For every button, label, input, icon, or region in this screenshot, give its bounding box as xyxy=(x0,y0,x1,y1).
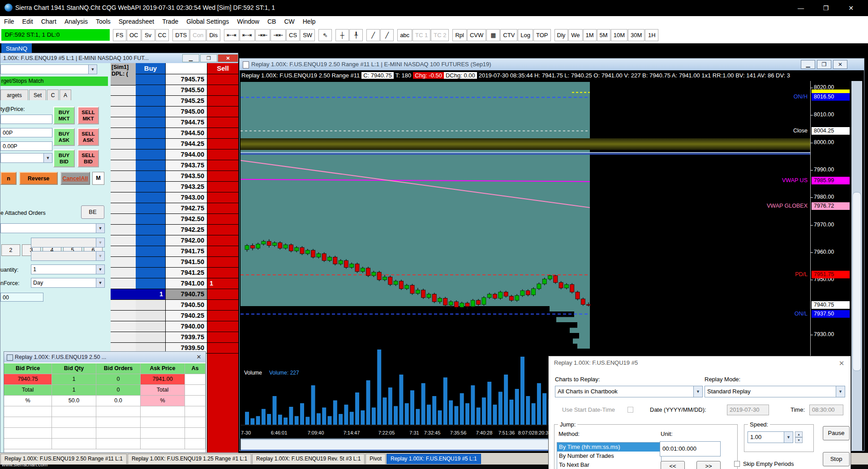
menu-spreadsheet[interactable]: Spreadsheet xyxy=(115,16,158,27)
ladder-ask-cell[interactable] xyxy=(207,268,238,278)
ladder-ask-cell[interactable] xyxy=(207,171,238,182)
ladder-bid-cell[interactable] xyxy=(136,96,165,107)
ladder-ask-cell[interactable] xyxy=(207,107,238,117)
order-tab-2[interactable]: C xyxy=(47,90,59,100)
toolbar-button-log[interactable]: Log xyxy=(518,29,533,41)
bottom-tab-4[interactable]: Replay 1.00X: F.US.ENQU19 #5 L:1 xyxy=(387,454,481,464)
jump-back-button[interactable]: << xyxy=(661,461,685,469)
m-button[interactable]: M xyxy=(92,172,104,185)
toolbar-button-dly[interactable]: Dly xyxy=(554,29,568,41)
ladder-price-cell[interactable]: 7945.25 xyxy=(166,96,207,107)
unit-field[interactable]: 00:01:00.000 xyxy=(660,441,721,456)
replay-close-icon[interactable]: ✕ xyxy=(837,359,846,368)
ladder-bid-cell[interactable] xyxy=(136,257,165,268)
ladder-price-cell[interactable]: 7945.75 xyxy=(166,74,207,85)
ladder-row-note[interactable] xyxy=(111,311,136,321)
ladder-row-note[interactable] xyxy=(111,289,136,300)
menu-cw[interactable]: CW xyxy=(280,16,298,27)
ladder-bid-cell[interactable] xyxy=(136,117,165,128)
ladder-bid-cell[interactable] xyxy=(136,246,165,257)
chart-title-bar[interactable]: Replay 1.00X: F.US.ENQU19 2.50 Range #11… xyxy=(240,59,864,70)
quantity-combo[interactable]: 1▼ xyxy=(31,264,105,274)
dom-minimize-button[interactable]: ▁ xyxy=(182,54,199,62)
ladder-price-cell[interactable]: 7944.00 xyxy=(166,149,207,160)
ladder-row-note[interactable] xyxy=(111,278,136,289)
ladder-price-cell[interactable]: 7941.00 xyxy=(166,278,207,289)
toolbar-button-dis[interactable]: Dis xyxy=(206,29,220,41)
ladder-row-note[interactable] xyxy=(111,107,136,117)
toolbar-button-╀[interactable]: ╀ xyxy=(349,29,363,41)
chevron-down-icon[interactable]: ▼ xyxy=(784,432,793,443)
ladder-bid-cell[interactable] xyxy=(136,85,165,96)
ladder-row-note[interactable] xyxy=(111,117,136,128)
toolbar-button-1m[interactable]: 1M xyxy=(583,29,597,41)
use-start-checkbox[interactable] xyxy=(627,407,633,413)
ladder-ask-cell[interactable] xyxy=(207,321,238,332)
bottom-tab-1[interactable]: Replay 1.00X: F.US.ENQU19 1.25 Range #1 … xyxy=(128,454,251,464)
ladder-bid-cell[interactable] xyxy=(136,268,165,278)
ladder-price-cell[interactable]: 7944.25 xyxy=(166,139,207,149)
scrollbar-thumb[interactable] xyxy=(852,192,861,371)
ladder-price-cell[interactable]: 7942.25 xyxy=(166,225,207,235)
ladder-row-note[interactable] xyxy=(111,128,136,139)
ladder-bid-cell[interactable] xyxy=(136,214,165,225)
toolbar-button-⇤⇥[interactable]: ⇤⇥ xyxy=(240,29,255,41)
toolbar-button-dts[interactable]: DTS xyxy=(172,29,189,41)
ladder-bid-cell[interactable] xyxy=(136,171,165,182)
toolbar-button-abc[interactable]: abc xyxy=(397,29,412,41)
speed-combo[interactable]: 1.00▼ xyxy=(748,431,793,443)
dom-maximize-button[interactable]: ❐ xyxy=(200,54,217,62)
toolbar-button-cs[interactable]: CS xyxy=(286,29,300,41)
buy-bid-button[interactable]: BUYBID xyxy=(53,149,75,167)
attached-order-combo[interactable]: ▼ xyxy=(0,223,105,233)
ladder-ask-cell[interactable]: 1 xyxy=(207,278,238,289)
ladder-ask-cell[interactable] xyxy=(207,117,238,128)
ladder-row-note[interactable] xyxy=(111,332,136,343)
replay-mode-combo[interactable]: Standard Replay▼ xyxy=(705,386,845,397)
cancel-all-button[interactable]: CancelAll xyxy=(60,172,90,185)
order-tab-3[interactable]: A xyxy=(60,90,71,100)
toolbar-button-┼[interactable]: ┼ xyxy=(335,29,349,41)
ladder-price-cell[interactable]: 7943.25 xyxy=(166,182,207,192)
toolbar-button-╱[interactable]: ╱ xyxy=(366,29,380,41)
chart-vertical-scrollbar[interactable] xyxy=(851,81,862,451)
chevron-down-icon[interactable]: ▼ xyxy=(96,278,104,287)
menu-cb[interactable]: CB xyxy=(263,16,280,27)
ladder-price-cell[interactable]: 7939.75 xyxy=(166,332,207,343)
date-field[interactable]: 2019-07-30 xyxy=(727,405,769,415)
toolbar-button-╱[interactable]: ╱ xyxy=(380,29,394,41)
skip-empty-checkbox[interactable] xyxy=(734,461,740,467)
price-input-3[interactable]: 0.00P xyxy=(0,141,52,151)
ladder-row-note[interactable] xyxy=(111,268,136,278)
menu-trade[interactable]: Trade xyxy=(158,16,182,27)
sierrachart-link[interactable]: www.sierrachart.com xyxy=(2,462,47,467)
menu-analysis[interactable]: Analysis xyxy=(60,16,92,27)
ladder-ask-cell[interactable] xyxy=(207,235,238,246)
ladder-ask-cell[interactable] xyxy=(207,74,238,85)
ladder-price-cell[interactable]: 7940.00 xyxy=(166,321,207,332)
ladder-price-cell[interactable]: 7945.50 xyxy=(166,85,207,96)
bottom-tab-3[interactable]: Pivot xyxy=(365,454,386,464)
chevron-down-icon[interactable]: ▼ xyxy=(96,265,104,274)
ladder-row-note[interactable] xyxy=(111,235,136,246)
ladder-bid-cell[interactable] xyxy=(136,149,165,160)
toolbar-button-top[interactable]: TOP xyxy=(533,29,551,41)
chart-minimize-button[interactable]: ▁ xyxy=(801,60,815,69)
menu-chart[interactable]: Chart xyxy=(37,16,60,27)
ladder-ask-cell[interactable] xyxy=(207,85,238,96)
ladder-bid-cell[interactable] xyxy=(136,182,165,192)
ladder-ask-cell[interactable] xyxy=(207,96,238,107)
sell-bid-button[interactable]: SELLBID xyxy=(77,149,99,167)
order-tab-0[interactable]: argets xyxy=(0,90,28,100)
ladder-bid-cell[interactable] xyxy=(136,225,165,235)
ladder-ask-cell[interactable] xyxy=(207,343,238,354)
scale-button-2[interactable]: 2 xyxy=(1,244,20,256)
jump-method-item-1[interactable]: By Number of Trades xyxy=(557,452,661,460)
ladder-ask-cell[interactable] xyxy=(207,203,238,214)
ladder-bid-cell[interactable] xyxy=(136,278,165,289)
speed-spin-up[interactable]: ▲ xyxy=(795,431,803,437)
charts-to-replay-combo[interactable]: All Charts in Chartbook▼ xyxy=(555,386,703,397)
ladder-row-note[interactable] xyxy=(111,321,136,332)
toolbar-button-30m[interactable]: 30M xyxy=(628,29,645,41)
ladder-ask-cell[interactable] xyxy=(207,311,238,321)
